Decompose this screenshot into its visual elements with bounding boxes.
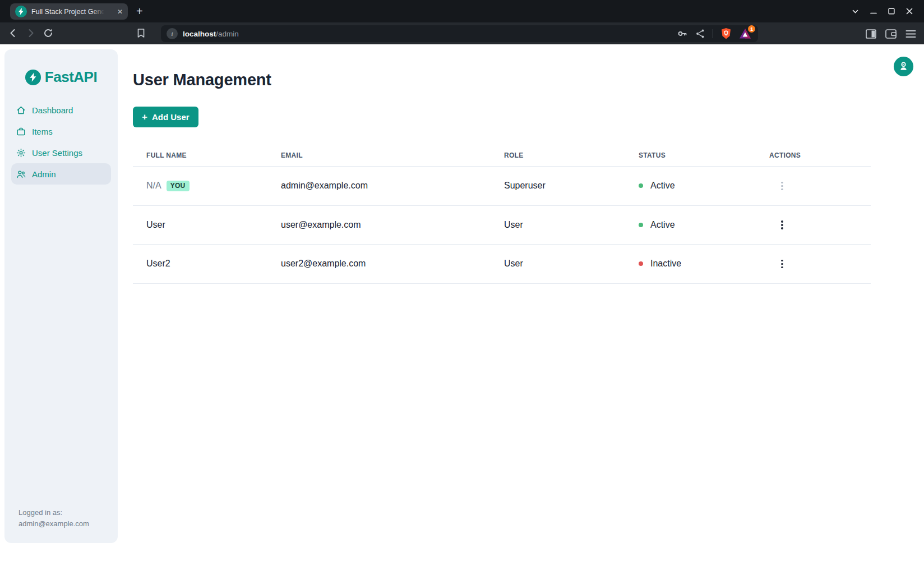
sidebar-item-admin[interactable]: Admin — [11, 163, 111, 185]
col-email: EMAIL — [281, 151, 504, 159]
row-actions-kebab-icon[interactable] — [778, 180, 786, 193]
back-button[interactable] — [7, 27, 19, 39]
row-actions-kebab-icon[interactable] — [778, 218, 786, 232]
col-actions: ACTIONS — [769, 151, 871, 159]
cell-email: user2@example.com — [281, 259, 504, 269]
col-role: ROLE — [504, 151, 639, 159]
gear-icon — [16, 148, 26, 158]
minimize-button[interactable] — [870, 8, 877, 15]
cell-email: user@example.com — [281, 220, 504, 230]
status-dot-icon — [639, 183, 643, 188]
share-icon[interactable] — [695, 29, 705, 39]
sidebar-item-items[interactable]: Items — [11, 121, 111, 142]
cell-actions — [769, 218, 871, 232]
add-user-button[interactable]: + Add User — [133, 107, 198, 127]
cell-status: Active — [639, 220, 769, 230]
cell-full-name: N/A YOU — [146, 181, 281, 191]
cell-role: User — [504, 220, 639, 230]
user-menu-button[interactable] — [894, 57, 913, 76]
status-dot-icon — [639, 261, 643, 266]
you-badge: YOU — [167, 181, 190, 191]
home-icon — [16, 105, 26, 115]
password-key-icon[interactable] — [677, 28, 688, 39]
fastapi-logo: FastAPI — [4, 68, 118, 86]
forward-button[interactable] — [25, 27, 36, 39]
table-row: User user@example.com User Active — [133, 206, 871, 245]
cell-full-name: User2 — [146, 259, 281, 269]
cell-role: Superuser — [504, 181, 639, 191]
sidebar: FastAPI Dashboard Items User Settings Ad… — [4, 49, 118, 543]
tab-title: Full Stack Project Genera — [31, 8, 104, 16]
sidebar-panel-icon[interactable] — [866, 29, 876, 39]
logo-text: FastAPI — [45, 68, 97, 86]
cell-status: Inactive — [639, 259, 769, 269]
fastapi-favicon-icon — [15, 6, 27, 17]
tab-search-chevron-icon[interactable] — [852, 8, 859, 15]
user-avatar-icon — [898, 61, 909, 72]
menu-hamburger-icon[interactable] — [905, 30, 916, 38]
page-content: FastAPI Dashboard Items User Settings Ad… — [0, 45, 924, 575]
logged-in-email: admin@example.com — [19, 518, 89, 530]
cell-role: User — [504, 259, 639, 269]
browser-toolbar: i localhost/admin 1 — [0, 22, 924, 44]
logged-in-label: Logged in as: — [19, 507, 89, 518]
cell-actions — [769, 257, 871, 271]
site-info-icon[interactable]: i — [167, 28, 178, 39]
reload-button[interactable] — [43, 27, 54, 39]
sidebar-item-user-settings[interactable]: User Settings — [11, 142, 111, 163]
wallet-icon[interactable] — [885, 29, 897, 39]
col-full-name: FULL NAME — [146, 151, 281, 159]
url-bar[interactable]: i localhost/admin 1 — [161, 25, 758, 42]
status-dot-icon — [639, 223, 643, 227]
table-body: N/A YOU admin@example.com Superuser Acti… — [133, 167, 871, 284]
divider — [713, 29, 713, 38]
page-title: User Management — [133, 71, 271, 89]
table-row: User2 user2@example.com User Inactive — [133, 245, 871, 284]
users-icon — [16, 169, 26, 179]
cell-status: Active — [639, 181, 769, 191]
briefcase-icon — [16, 127, 26, 136]
fastapi-logo-icon — [25, 70, 41, 85]
cell-full-name: User — [146, 220, 281, 230]
plus-icon: + — [142, 112, 147, 122]
cell-email: admin@example.com — [281, 181, 504, 191]
close-window-button[interactable] — [905, 8, 913, 15]
table-row: N/A YOU admin@example.com Superuser Acti… — [133, 167, 871, 206]
new-tab-button[interactable]: + — [136, 4, 143, 18]
sidebar-nav: Dashboard Items User Settings Admin — [4, 99, 118, 185]
tab-close-icon[interactable]: ✕ — [117, 8, 123, 15]
url-text: localhost/admin — [183, 30, 239, 38]
cell-actions — [769, 180, 871, 193]
col-status: STATUS — [639, 151, 769, 159]
browser-titlebar: Full Stack Project Genera ✕ + — [0, 0, 924, 22]
rewards-badge: 1 — [748, 25, 755, 33]
users-table: FULL NAME EMAIL ROLE STATUS ACTIONS N/A … — [133, 144, 871, 284]
brave-shield-icon[interactable] — [720, 27, 732, 40]
browser-tab[interactable]: Full Stack Project Genera ✕ — [10, 3, 128, 20]
row-actions-kebab-icon[interactable] — [778, 257, 786, 271]
table-header-row: FULL NAME EMAIL ROLE STATUS ACTIONS — [133, 144, 871, 167]
sidebar-item-dashboard[interactable]: Dashboard — [11, 99, 111, 121]
sidebar-footer: Logged in as: admin@example.com — [19, 507, 89, 530]
bookmark-icon[interactable] — [136, 27, 146, 39]
maximize-button[interactable] — [888, 8, 895, 15]
brave-rewards-icon[interactable]: 1 — [739, 28, 751, 39]
